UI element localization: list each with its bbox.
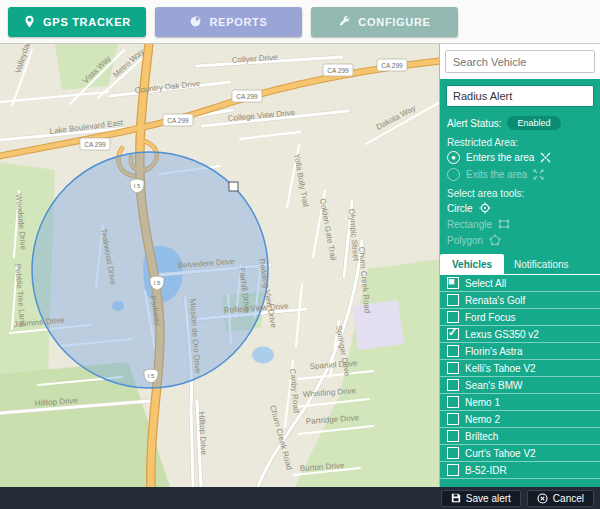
- configure-label: CONFIGURE: [358, 16, 430, 28]
- footer-bar: Save alert Cancel: [0, 487, 600, 509]
- sidebar-tabs: Vehicles Notifications: [440, 254, 600, 275]
- vehicle-row[interactable]: Nemo 2: [440, 411, 600, 428]
- vehicle-row[interactable]: Florin's Astra: [440, 343, 600, 360]
- alert-status-badge[interactable]: Enabled: [507, 116, 560, 130]
- save-alert-button[interactable]: Save alert: [441, 490, 521, 507]
- circle-tool-icon: [479, 202, 491, 214]
- gps-tracker-label: GPS TRACKER: [43, 16, 131, 28]
- vehicle-row[interactable]: Sean's BMW: [440, 377, 600, 394]
- cancel-label: Cancel: [553, 493, 584, 504]
- vehicle-checkbox[interactable]: [447, 311, 459, 323]
- vehicle-name: Curt's Tahoe V2: [465, 448, 536, 459]
- vehicle-name: Nemo 2: [465, 414, 500, 425]
- search-input[interactable]: [445, 50, 595, 73]
- configure-button[interactable]: CONFIGURE: [311, 7, 458, 37]
- vehicle-checkbox[interactable]: [447, 362, 459, 374]
- vehicle-checkbox[interactable]: [447, 413, 459, 425]
- area-tools-label: Select area tools:: [440, 183, 600, 200]
- tab-notifications[interactable]: Notifications: [504, 254, 578, 274]
- exit-area-icon: [533, 169, 544, 180]
- exits-area-radio[interactable]: [447, 168, 460, 181]
- map-commercial-zone: [352, 300, 404, 350]
- vehicle-list: ■ Select All Renata's Golf Ford Focus ✓ …: [440, 275, 600, 479]
- vehicle-checkbox[interactable]: ✓: [447, 328, 459, 340]
- enter-area-icon: [540, 152, 551, 163]
- polygon-tool-icon: [489, 234, 501, 246]
- vehicle-row[interactable]: ✓ Lexus GS350 v2: [440, 326, 600, 343]
- ca299-shield: CA 299: [236, 93, 258, 100]
- restricted-area-label: Restricted Area:: [440, 132, 600, 149]
- vehicle-row[interactable]: Ford Focus: [440, 309, 600, 326]
- vehicle-name: Nemo 1: [465, 397, 500, 408]
- reports-button[interactable]: REPORTS: [155, 7, 302, 37]
- select-all-checkbox[interactable]: ■: [447, 277, 459, 289]
- reports-icon: [189, 15, 202, 28]
- exits-area-label: Exits the area: [466, 169, 527, 180]
- ca299-shield: CA 299: [381, 62, 403, 69]
- gps-tracker-app: GPS TRACKER REPORTS CONFIGURE: [0, 0, 600, 509]
- cancel-icon: [537, 493, 548, 504]
- vehicle-name: B-52-IDR: [465, 465, 507, 476]
- tab-vehicles[interactable]: Vehicles: [440, 254, 504, 274]
- alert-name-input[interactable]: [446, 85, 594, 107]
- i5-shield: I 5: [134, 183, 141, 189]
- vehicle-row[interactable]: Nemo 1: [440, 394, 600, 411]
- reports-label: REPORTS: [209, 16, 267, 28]
- search-area: [440, 44, 600, 78]
- vehicle-checkbox[interactable]: [447, 294, 459, 306]
- gps-tracker-button[interactable]: GPS TRACKER: [8, 7, 146, 37]
- vehicle-row[interactable]: Kelli's Tahoe V2: [440, 360, 600, 377]
- save-icon: [451, 493, 461, 503]
- ca299-shield: CA 299: [167, 117, 189, 124]
- enters-area-option[interactable]: ● Enters the area: [440, 149, 600, 166]
- vehicle-name: Ford Focus: [465, 312, 516, 323]
- sidebar: Alert Status: Enabled Restricted Area: ●…: [440, 44, 600, 487]
- alert-status-label: Alert Status:: [447, 118, 501, 129]
- vehicle-row[interactable]: B-52-IDR: [440, 462, 600, 479]
- vehicle-name: Briltech: [465, 431, 498, 442]
- configure-wrench-icon: [338, 15, 351, 28]
- vehicle-row[interactable]: Curt's Tahoe V2: [440, 445, 600, 462]
- gps-pin-icon: [23, 15, 36, 28]
- vehicle-name: Renata's Golf: [465, 295, 525, 306]
- save-alert-label: Save alert: [466, 493, 511, 504]
- circle-tool-label: Circle: [447, 203, 473, 214]
- ca299-shield: CA 299: [84, 141, 106, 148]
- vehicle-checkbox[interactable]: [447, 396, 459, 408]
- rectangle-tool[interactable]: Rectangle: [440, 216, 600, 232]
- vehicle-checkbox[interactable]: [447, 379, 459, 391]
- select-all-label: Select All: [465, 278, 506, 289]
- map-canvas[interactable]: Valleydale Drive Vista Way Metro Way Cou…: [0, 44, 440, 487]
- polygon-tool-label: Polygon: [447, 235, 483, 246]
- vehicle-name: Sean's BMW: [465, 380, 522, 391]
- vehicle-checkbox[interactable]: [447, 447, 459, 459]
- vehicle-checkbox[interactable]: [447, 464, 459, 476]
- vehicle-checkbox[interactable]: [447, 345, 459, 357]
- vehicle-row[interactable]: Renata's Golf: [440, 292, 600, 309]
- rectangle-tool-icon: [498, 218, 510, 230]
- map-svg: Valleydale Drive Vista Way Metro Way Cou…: [0, 44, 440, 487]
- circle-tool[interactable]: Circle: [440, 200, 600, 216]
- vehicle-name: Lexus GS350 v2: [465, 329, 539, 340]
- vehicle-name: Kelli's Tahoe V2: [465, 363, 536, 374]
- cancel-button[interactable]: Cancel: [527, 490, 594, 507]
- circle-resize-handle[interactable]: [229, 182, 238, 191]
- i5-shield: I 5: [154, 280, 161, 286]
- polygon-tool[interactable]: Polygon: [440, 232, 600, 248]
- alert-status-row: Alert Status: Enabled: [440, 113, 600, 132]
- alert-panel: Alert Status: Enabled Restricted Area: ●…: [440, 79, 600, 487]
- top-toolbar: GPS TRACKER REPORTS CONFIGURE: [0, 0, 600, 44]
- vehicle-name: Florin's Astra: [465, 346, 522, 357]
- exits-area-option[interactable]: Exits the area: [440, 166, 600, 183]
- vehicle-checkbox[interactable]: [447, 430, 459, 442]
- enters-area-radio[interactable]: ●: [447, 151, 460, 164]
- rectangle-tool-label: Rectangle: [447, 219, 492, 230]
- enters-area-label: Enters the area: [466, 152, 534, 163]
- ca299-shield: CA 299: [327, 67, 349, 74]
- select-all-row[interactable]: ■ Select All: [440, 275, 600, 292]
- i5-shield: I 5: [148, 373, 155, 379]
- vehicle-row[interactable]: Briltech: [440, 428, 600, 445]
